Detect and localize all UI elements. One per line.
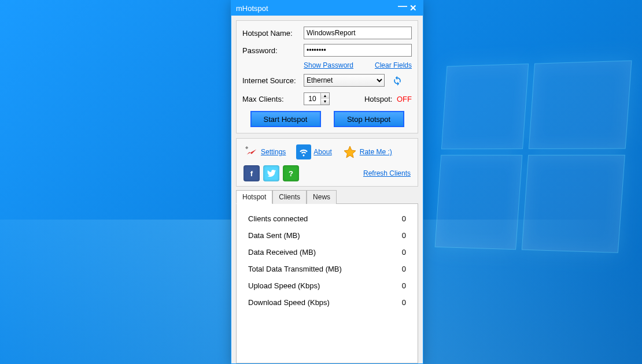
internet-source-label: Internet Source: bbox=[242, 76, 304, 85]
stat-row: Clients connected0 bbox=[248, 214, 406, 223]
close-button[interactable]: ✕ bbox=[408, 3, 418, 13]
body-area: Hotspot Name: Password: Show Password Cl… bbox=[231, 16, 423, 363]
tab-body: Clients connected0 Data Sent (MB)0 Data … bbox=[236, 204, 418, 363]
stat-row: Total Data Transmitted (MB)0 bbox=[248, 265, 406, 273]
stat-row: Data Sent (MB)0 bbox=[248, 231, 406, 240]
settings-icon bbox=[243, 144, 259, 159]
app-title: mHotspot bbox=[236, 4, 268, 13]
wifi-icon bbox=[296, 144, 311, 159]
clear-fields-link[interactable]: Clear Fields bbox=[375, 61, 412, 69]
tabstrip: Hotspot Clients News bbox=[236, 190, 418, 204]
refresh-sources-icon[interactable] bbox=[392, 75, 403, 86]
star-icon bbox=[342, 144, 357, 159]
start-hotspot-button[interactable]: Start Hotspot bbox=[250, 111, 321, 127]
twitter-icon[interactable] bbox=[263, 165, 279, 181]
links-panel: Settings About Rate Me :) bbox=[236, 138, 418, 187]
internet-source-select[interactable]: Ethernet bbox=[304, 74, 385, 87]
settings-link[interactable]: Settings bbox=[261, 148, 286, 156]
hotspot-name-label: Hotspot Name: bbox=[242, 29, 304, 38]
tab-clients[interactable]: Clients bbox=[272, 190, 307, 204]
password-input[interactable] bbox=[304, 44, 412, 57]
stat-row: Download Speed (Kbps)0 bbox=[248, 298, 406, 307]
hotspot-name-input[interactable] bbox=[304, 27, 412, 39]
tab-news[interactable]: News bbox=[307, 190, 337, 204]
max-clients-stepper[interactable]: ▲ ▼ bbox=[304, 92, 330, 105]
stop-hotspot-button[interactable]: Stop Hotspot bbox=[334, 111, 404, 127]
desktop: mHotspot — ✕ Hotspot Name: Password: Sho… bbox=[0, 0, 642, 364]
svg-rect-0 bbox=[245, 146, 248, 149]
tab-hotspot[interactable]: Hotspot bbox=[236, 190, 272, 204]
app-window: mHotspot — ✕ Hotspot Name: Password: Sho… bbox=[231, 0, 423, 364]
config-panel: Hotspot Name: Password: Show Password Cl… bbox=[236, 20, 418, 133]
stat-row: Upload Speed (Kbps)0 bbox=[248, 281, 406, 290]
about-link[interactable]: About bbox=[313, 148, 331, 156]
help-icon[interactable]: ? bbox=[283, 165, 299, 181]
stepper-up-icon[interactable]: ▲ bbox=[321, 93, 329, 99]
max-clients-input[interactable] bbox=[304, 93, 320, 105]
refresh-clients-link[interactable]: Refresh Clients bbox=[363, 169, 411, 177]
stepper-down-icon[interactable]: ▼ bbox=[321, 99, 329, 105]
windows-logo bbox=[435, 61, 630, 251]
rate-me-link[interactable]: Rate Me :) bbox=[360, 148, 392, 156]
tabs-area: Hotspot Clients News Clients connected0 … bbox=[236, 190, 418, 363]
hotspot-status: Hotspot: OFF bbox=[364, 95, 412, 103]
facebook-icon[interactable]: f bbox=[243, 165, 260, 181]
stat-row: Data Received (MB)0 bbox=[248, 248, 406, 257]
max-clients-label: Max Clients: bbox=[242, 95, 304, 103]
titlebar[interactable]: mHotspot — ✕ bbox=[231, 1, 423, 16]
show-password-link[interactable]: Show Password bbox=[304, 61, 353, 69]
password-label: Password: bbox=[242, 46, 304, 55]
minimize-button[interactable]: — bbox=[397, 1, 408, 12]
